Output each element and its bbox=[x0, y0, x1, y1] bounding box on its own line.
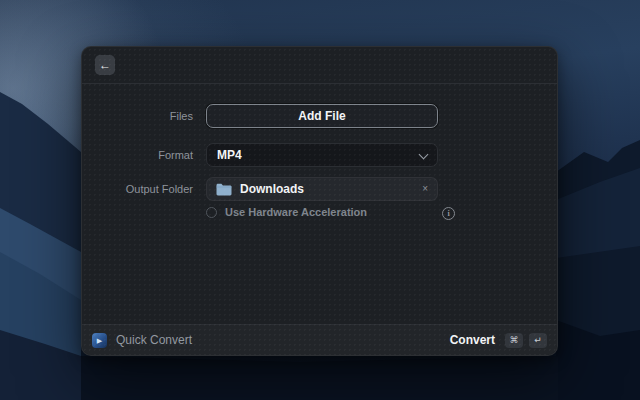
format-value: MP4 bbox=[217, 148, 242, 162]
quick-convert-window: ← Files Add File Format MP4 bbox=[81, 46, 558, 356]
chevron-down-icon bbox=[419, 150, 429, 160]
format-label: Format bbox=[82, 149, 193, 161]
hardware-acceleration-label: Use Hardware Acceleration bbox=[225, 206, 367, 218]
files-label: Files bbox=[82, 110, 193, 122]
close-icon[interactable]: × bbox=[422, 184, 428, 194]
hardware-acceleration-row: Use Hardware Acceleration bbox=[206, 206, 367, 218]
output-folder-value: Downloads bbox=[240, 182, 414, 196]
desktop-wallpaper: ← Files Add File Format MP4 bbox=[0, 0, 640, 400]
format-row: Format MP4 bbox=[82, 143, 557, 167]
command-key-icon: ⌘ bbox=[505, 333, 523, 348]
form-area: Files Add File Format MP4 Output Folder bbox=[82, 85, 557, 324]
app-icon-glyph: ▶ bbox=[97, 337, 102, 344]
add-file-button[interactable]: Add File bbox=[206, 104, 438, 128]
convert-button[interactable]: Convert bbox=[450, 333, 495, 347]
window-header: ← bbox=[82, 47, 557, 84]
return-key-icon: ↵ bbox=[529, 333, 547, 348]
output-folder-row: Output Folder Downloads × bbox=[82, 177, 557, 201]
output-folder-label: Output Folder bbox=[82, 183, 193, 195]
format-dropdown[interactable]: MP4 bbox=[206, 143, 438, 167]
info-icon[interactable]: i bbox=[442, 207, 455, 220]
back-arrow-icon: ← bbox=[99, 59, 111, 71]
files-row: Files Add File bbox=[82, 104, 557, 128]
folder-icon bbox=[216, 183, 232, 196]
app-icon: ▶ bbox=[92, 333, 107, 348]
back-button[interactable]: ← bbox=[95, 55, 115, 75]
output-folder-chip[interactable]: Downloads × bbox=[206, 177, 438, 201]
app-name: Quick Convert bbox=[116, 333, 192, 347]
hardware-acceleration-checkbox[interactable] bbox=[206, 207, 217, 218]
window-footer: ▶ Quick Convert Convert ⌘ ↵ bbox=[82, 324, 557, 355]
